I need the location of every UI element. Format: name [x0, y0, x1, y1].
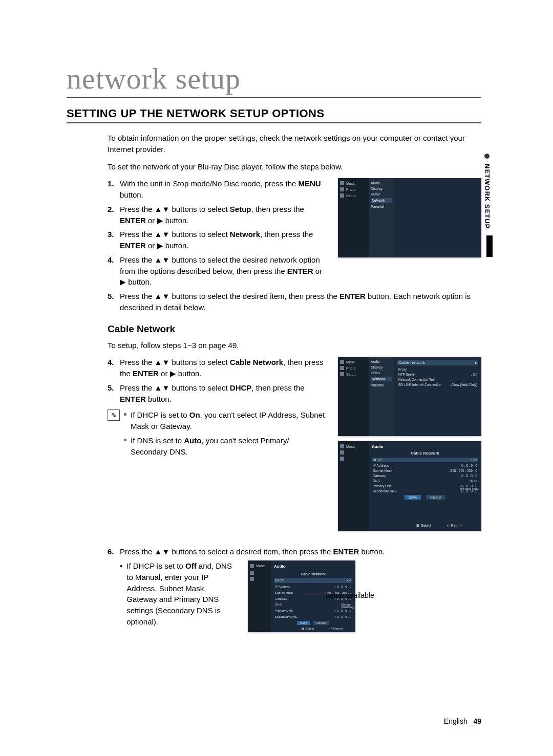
cable-network-heading: Cable Network [108, 323, 481, 335]
page-footer: English _49 [444, 717, 481, 725]
figure-cable-network-dhcp-on: Music Audio Cable Network DHCP: On IP Ad… [338, 441, 481, 531]
intro-text-2: To set the network of your Blu-ray Disc … [108, 161, 481, 172]
note-1: If DHCP is set to On, you can't select I… [124, 409, 328, 432]
step-6-bullet: • If DHCP is set to Off and, DNS to Manu… [120, 560, 238, 628]
step-6: 6. Press the ▲▼ buttons to select a desi… [108, 546, 481, 557]
note-2: If DNS is set to Auto, you can't select … [124, 435, 328, 458]
step-2: 2. Press the ▲▼ buttons to select Setup,… [108, 204, 328, 226]
note-icon: ✎ [108, 409, 120, 421]
step-4: 4. Press the ▲▼ buttons to select the de… [108, 254, 328, 288]
figure-cable-network-list: Music Photo Setup Audio Display HDMI Net… [338, 357, 481, 436]
page-title: network setup [67, 61, 481, 98]
callout-line [303, 594, 325, 595]
step-3: 3. Press the ▲▼ buttons to select Networ… [108, 229, 328, 251]
cable-step-4: 4. Press the ▲▼ buttons to select Cable … [108, 357, 328, 379]
step-5: 5. Press the ▲▼ buttons to select the de… [108, 291, 481, 313]
cable-intro: To setup, follow steps 1~3 on page 49. [108, 340, 481, 351]
step-1: 1. With the unit in Stop mode/No Disc mo… [108, 178, 328, 201]
figure-setup-menu: Music Photo Setup Audio Display HDMI Net… [338, 178, 481, 257]
cable-step-5: 5. Press the ▲▼ buttons to select DHCP, … [108, 382, 328, 405]
side-tab-network-setup: NETWORK SETUP [481, 154, 493, 231]
setup-available-label: Setup available [325, 590, 374, 600]
intro-text-1: To obtain information on the proper sett… [108, 133, 481, 155]
side-tab-indicator [486, 235, 493, 257]
section-heading: SETTING UP THE NETWORK SETUP OPTIONS [67, 107, 481, 123]
